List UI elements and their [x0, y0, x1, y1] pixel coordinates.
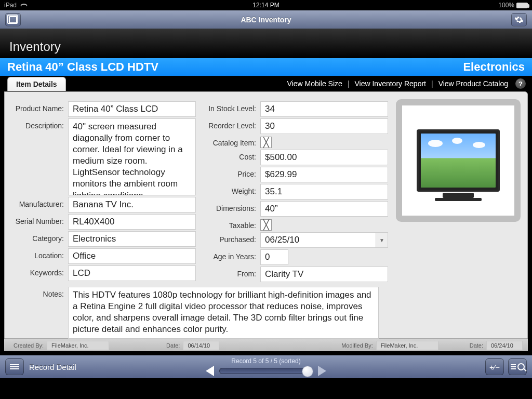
plus-minus-icon: +⁄− [489, 363, 500, 371]
catalog-item-label: Catalog Item: [202, 136, 260, 147]
action-link-row: View Mobile Size | View Inventory Report… [0, 76, 532, 91]
price-field[interactable]: $629.99 [260, 167, 388, 182]
serial-field[interactable]: RL40X400 [68, 214, 196, 230]
list-icon [10, 363, 19, 370]
view-mobile-size-link[interactable]: View Mobile Size [287, 79, 342, 88]
product-image [402, 105, 514, 216]
in-stock-label: In Stock Level: [202, 101, 260, 113]
dimensions-field[interactable]: 40” [260, 201, 388, 217]
bottom-toolbar: Record Detail Record 5 of 5 / 5 (sorted)… [0, 355, 532, 378]
tv-illustration [417, 129, 500, 192]
wifi-icon [20, 3, 27, 8]
purchased-date-wrapper: 06/25/10 ▼ [260, 232, 388, 248]
product-name-label: Product Name: [10, 101, 68, 113]
cost-label: Cost: [202, 150, 260, 161]
cost-field[interactable]: $500.00 [260, 150, 388, 165]
app-title: ABC Inventory [241, 16, 291, 24]
layout-menu-button[interactable] [5, 358, 24, 375]
purchased-label: Purchased: [202, 232, 260, 244]
record-meta-bar: Created By: FileMaker, Inc. Date: 06/14/… [4, 339, 528, 351]
settings-button[interactable] [511, 13, 527, 26]
purchased-field[interactable]: 06/25/10 [260, 232, 376, 248]
record-counter: Record 5 of 5 / 5 (sorted) [231, 357, 300, 365]
modified-date-value: 06/24/10 [486, 341, 523, 350]
from-label: From: [202, 267, 260, 278]
view-inventory-report-link[interactable]: View Inventory Report [355, 79, 426, 88]
separator: | [348, 79, 350, 88]
modified-by-label: Modified By: [332, 342, 376, 349]
date-picker-button[interactable]: ▼ [376, 232, 388, 248]
left-column: Product Name:Retina 40” Class LCD Descri… [10, 101, 196, 284]
description-field[interactable]: 40" screen measured diagonally from corn… [68, 118, 196, 195]
taxable-checkbox[interactable]: ╳ [260, 219, 272, 231]
find-sort-button[interactable] [508, 358, 527, 375]
age-label: Age in Years: [202, 249, 260, 261]
created-by-value: FileMaker, Inc. [47, 341, 109, 350]
detail-body: Product Name:Retina 40” Class LCD Descri… [4, 91, 528, 339]
carrier-label: iPad [4, 2, 17, 9]
battery-label: 100% [498, 2, 514, 9]
gear-icon [514, 15, 524, 24]
keywords-label: Keywords: [10, 265, 68, 277]
location-label: Location: [10, 248, 68, 260]
view-product-catalog-link[interactable]: View Product Catalog [438, 79, 508, 88]
age-field[interactable]: 0 [260, 249, 288, 265]
weight-field[interactable]: 35.1 [260, 184, 388, 200]
ios-status-bar: iPad 12:14 PM 100% [0, 0, 532, 10]
separator: | [431, 79, 433, 88]
created-date-label: Date: [109, 342, 183, 349]
location-field[interactable]: Office [68, 248, 196, 264]
prev-record-button[interactable] [206, 366, 214, 376]
description-label: Description: [10, 118, 68, 130]
weight-label: Weight: [202, 184, 260, 195]
product-bar: Retina 40” Class LCD HDTV Electronics [0, 58, 532, 76]
image-column [394, 101, 522, 284]
tab-item-details[interactable]: Item Details [7, 77, 66, 91]
taxable-label: Taxable: [202, 218, 260, 230]
record-navigator: Record 5 of 5 / 5 (sorted) [206, 357, 326, 376]
manufacturer-label: Manufacturer: [10, 197, 68, 208]
reorder-label: Reorder Level: [202, 118, 260, 130]
windows-icon [9, 16, 17, 23]
created-by-label: Created By: [4, 342, 47, 349]
notes-field[interactable]: This HDTV features 1080p technology for … [68, 287, 379, 339]
reorder-field[interactable]: 30 [260, 118, 388, 134]
clock: 12:14 PM [252, 2, 279, 9]
battery-icon [516, 3, 528, 8]
dimensions-label: Dimensions: [202, 201, 260, 212]
view-mode-label[interactable]: Record Detail [29, 363, 76, 371]
in-stock-field[interactable]: 34 [260, 101, 388, 117]
middle-column: In Stock Level:34 Reorder Level:30 Catal… [202, 101, 388, 284]
created-date-value: 06/14/10 [183, 341, 219, 350]
modified-by-value: FileMaker, Inc. [376, 341, 438, 350]
next-record-button[interactable] [318, 366, 326, 376]
app-toolbar: ABC Inventory [0, 10, 532, 29]
search-icon [517, 363, 525, 370]
page-title: Inventory [9, 39, 61, 54]
slider-knob[interactable] [302, 366, 313, 377]
price-label: Price: [202, 167, 260, 178]
product-name-field[interactable]: Retina 40” Class LCD [68, 101, 196, 117]
add-delete-record-button[interactable]: +⁄− [485, 358, 504, 375]
product-category-heading: Electronics [463, 60, 525, 74]
from-field[interactable]: Clarity TV [260, 267, 388, 282]
list-small-icon [511, 363, 516, 370]
record-slider[interactable] [219, 368, 313, 374]
category-field[interactable]: Electronics [68, 231, 196, 247]
category-label: Category: [10, 231, 68, 243]
modified-date-label: Date: [438, 342, 486, 349]
keywords-field[interactable]: LCD [68, 265, 196, 281]
windows-button[interactable] [5, 13, 21, 26]
serial-label: Serial Number: [10, 214, 68, 225]
product-image-well[interactable] [396, 99, 521, 222]
manufacturer-field[interactable]: Banana TV Inc. [68, 197, 196, 212]
notes-label: Notes: [10, 287, 68, 339]
catalog-item-checkbox[interactable]: ╳ [260, 137, 272, 148]
page-header: Inventory [0, 29, 532, 58]
help-icon[interactable]: ? [515, 78, 526, 89]
product-name-heading: Retina 40” Class LCD HDTV [7, 60, 158, 74]
